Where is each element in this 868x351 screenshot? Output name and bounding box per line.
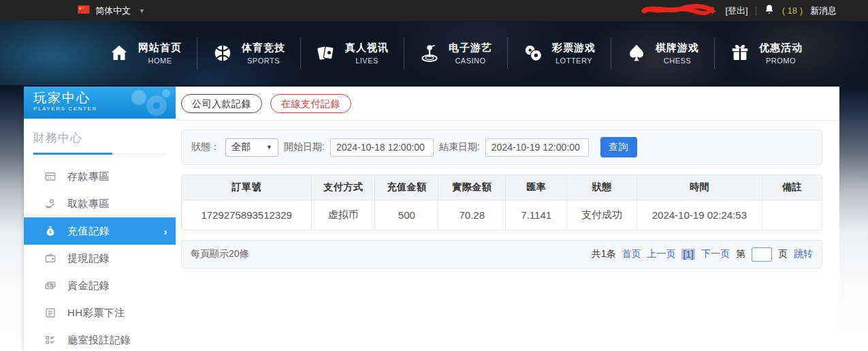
home-icon	[109, 43, 129, 63]
sidebar-item-funds-records[interactable]: 資金記錄	[24, 272, 176, 299]
deposit-card-icon	[44, 170, 57, 183]
cell-remark	[762, 200, 822, 230]
logout-link[interactable]: [登出]	[725, 5, 748, 17]
messages-link[interactable]: 新消息	[810, 5, 837, 17]
col-status: 狀態	[567, 175, 637, 200]
page-jump-input[interactable]	[752, 247, 772, 262]
sidebar-item-withdrawal-records[interactable]: 提現記錄	[24, 245, 176, 272]
col-time: 時間	[637, 175, 762, 200]
nav-label-en: CHESS	[656, 57, 699, 65]
spade-icon	[626, 43, 647, 63]
nav-label-en: HOME	[138, 57, 182, 65]
status-label: 狀態：	[191, 141, 220, 153]
sidebar-item-label: 取款專區	[67, 198, 110, 211]
money-bag-icon	[44, 225, 57, 237]
nav-label-en: SPORTS	[242, 57, 285, 65]
sidebar: 玩家中心 PLAYERS CENTER 財務中心 存款專區 取款專區 充值記錄 …	[24, 87, 176, 351]
tab-company-deposit-records[interactable]: 公司入款記錄	[181, 94, 262, 113]
nav-label-zh: 棋牌游戏	[656, 42, 699, 55]
nav-item-sports[interactable]: 体育竞技SPORTS	[197, 42, 300, 65]
jump-suffix-label: 页	[778, 248, 788, 260]
first-page-link[interactable]: 首页	[622, 248, 641, 260]
sidebar-item-label: 廳室投註記錄	[67, 334, 131, 347]
sidebar-item-hh-lottery-bets[interactable]: HH彩票下注	[24, 299, 176, 326]
nav-label-zh: 电子游艺	[449, 42, 492, 55]
table-row: 1729275893512329 虚拟币 500 70.28 7.1141 支付…	[182, 200, 822, 230]
nav-label-zh: 彩票游戏	[552, 42, 596, 55]
col-payment-method: 支付方式	[312, 175, 375, 200]
sidebar-item-withdraw[interactable]: 取款專區	[24, 190, 176, 217]
records-table: 訂單號 支付方式 充值金額 實際金額 匯率 狀態 時間 備註 172927589…	[181, 174, 822, 230]
nav-label-en: LIVES	[345, 57, 389, 65]
wallet-icon	[44, 252, 57, 264]
nav-label-zh: 真人视讯	[345, 42, 389, 55]
pagination-controls: 共1条 首页 上一页 [1] 下一页 第 页 跳转	[592, 247, 813, 262]
col-order-number: 訂單號	[182, 175, 312, 200]
section-underline	[33, 153, 166, 155]
status-select[interactable]: 全部 ▼	[225, 138, 278, 157]
sidebar-header: 玩家中心 PLAYERS CENTER	[24, 87, 176, 119]
col-exchange-rate: 匯率	[506, 175, 567, 200]
china-flag-icon	[78, 5, 90, 16]
chevron-right-icon: ›	[164, 226, 168, 237]
col-recharge-amount: 充值金額	[375, 175, 438, 200]
end-date-label: 結束日期:	[439, 141, 480, 153]
cell-actual-amount: 70.28	[438, 200, 506, 230]
start-date-input[interactable]	[330, 138, 434, 157]
banknotes-icon	[44, 279, 57, 292]
sidebar-menu: 存款專區 取款專區 充值記錄 › 提現記錄 資金記錄	[24, 163, 176, 351]
document-icon	[44, 307, 57, 319]
pagination-bar: 每頁顯示20條 共1条 首页 上一页 [1] 下一页 第 页 跳转	[181, 240, 822, 269]
cell-time: 2024-10-19 02:24:53	[637, 200, 762, 230]
main-nav: 网站首页HOME 体育竞技SPORTS 真人视讯LIVES 电子游艺CASINO…	[0, 21, 868, 85]
total-count-label: 共1条	[592, 248, 616, 260]
message-count: ( 18 )	[782, 5, 803, 16]
nav-label-zh: 优惠活动	[759, 42, 803, 55]
table-header-row: 訂單號 支付方式 充值金額 實際金額 匯率 狀態 時間 備註	[182, 175, 822, 200]
joystick-icon	[419, 43, 440, 63]
sidebar-item-recharge-records[interactable]: 充值記錄 ›	[24, 217, 176, 245]
basketball-icon	[212, 43, 233, 63]
cell-status: 支付成功	[567, 200, 637, 230]
jump-prefix-label: 第	[736, 248, 745, 260]
chevron-down-icon: ▼	[139, 7, 145, 14]
tab-online-payment-records[interactable]: 在線支付記錄	[270, 94, 351, 113]
nav-item-chess[interactable]: 棋牌游戏CHESS	[611, 42, 714, 65]
sidebar-item-label: HH彩票下注	[67, 307, 125, 320]
record-tabs: 公司入款記錄 在線支付記錄	[176, 87, 839, 121]
gamepad-decoration-icon	[124, 88, 173, 119]
prev-page-link[interactable]: 上一页	[647, 248, 675, 260]
next-page-link[interactable]: 下一页	[701, 248, 730, 260]
cell-payment-method: 虚拟币	[312, 200, 375, 230]
sidebar-item-deposit[interactable]: 存款專區	[24, 163, 176, 190]
nav-label-en: PROMO	[759, 57, 803, 65]
lottery-balls-icon	[523, 43, 543, 63]
language-label: 简体中文	[95, 5, 131, 17]
nav-item-lottery[interactable]: 彩票游戏LOTTERY	[508, 42, 611, 65]
topbar-right: [登出] ( 18 ) 新消息	[641, 3, 837, 18]
censored-username-scribble[interactable]	[641, 3, 718, 18]
topbar-divider	[756, 6, 756, 16]
nav-label-en: CASINO	[449, 57, 492, 65]
nav-item-promo[interactable]: 优惠活动PROMO	[715, 42, 818, 65]
finance-section-title: 財務中心	[33, 130, 166, 146]
jump-button[interactable]: 跳转	[794, 248, 813, 260]
nav-item-home[interactable]: 网站首页HOME	[94, 42, 197, 65]
page-size-label: 每頁顯示20條	[191, 248, 249, 260]
sidebar-item-label: 資金記錄	[67, 279, 110, 292]
nav-label-zh: 网站首页	[138, 42, 182, 55]
current-page-indicator[interactable]: [1]	[681, 249, 695, 260]
cell-recharge-amount: 500	[375, 200, 438, 230]
nav-item-lives[interactable]: 真人视讯LIVES	[301, 42, 404, 65]
nav-item-casino[interactable]: 电子游艺CASINO	[404, 42, 507, 65]
end-date-input[interactable]	[485, 138, 589, 157]
sidebar-item-hall-bet-records[interactable]: 廳室投註記錄	[24, 326, 176, 351]
start-date-label: 開始日期:	[284, 141, 325, 153]
nav-label-en: LOTTERY	[552, 57, 596, 65]
search-button[interactable]: 查詢	[600, 137, 637, 157]
bell-icon[interactable]	[764, 4, 775, 17]
cell-exchange-rate: 7.1141	[506, 200, 567, 230]
gift-icon	[730, 43, 750, 63]
language-switcher[interactable]: 简体中文 ▼	[78, 5, 145, 17]
playing-cards-icon	[316, 43, 336, 63]
